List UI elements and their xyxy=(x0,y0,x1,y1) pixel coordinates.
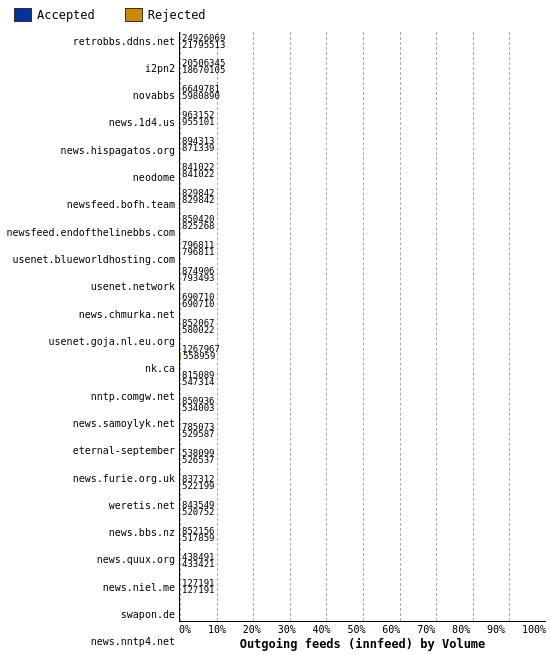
y-label: usenet.blueworldhosting.com xyxy=(12,251,175,269)
rejected-bar: 529587 xyxy=(180,430,215,437)
bar-group: 796811796811 xyxy=(180,240,215,258)
rejected-value: 529587 xyxy=(182,429,215,439)
y-label: nk.ca xyxy=(145,360,175,378)
bar-row: 829842829842 xyxy=(180,188,546,206)
rejected-value: 517859 xyxy=(182,533,215,543)
x-axis-label: 0% xyxy=(179,624,191,635)
x-axis-labels: 0%10%20%30%40%50%60%70%80%90%100% xyxy=(179,622,546,635)
rejected-bar: 796811 xyxy=(180,249,215,256)
rejected-bar: 547314 xyxy=(180,378,215,385)
rejected-bar: 433421 xyxy=(180,560,215,567)
rejected-bar: 21795513 xyxy=(180,41,225,48)
y-label: newsfeed.bofh.team xyxy=(67,196,175,214)
bar-row: 2492606921795513 xyxy=(180,32,546,50)
rejected-bar: 127191 xyxy=(180,586,215,593)
rejected-bar: 825268 xyxy=(180,223,215,230)
bar-row: 438491433421 xyxy=(180,551,546,569)
legend-accepted: Accepted xyxy=(14,8,95,22)
bar-row: 66497815980890 xyxy=(180,84,546,102)
bar-group: 127191127191 xyxy=(180,577,215,595)
rejected-value: 796811 xyxy=(182,247,215,257)
y-label: retrobbs.ddns.net xyxy=(73,32,175,50)
bar-group: 850420825268 xyxy=(180,214,215,232)
y-label: newsfeed.endofthelinebbs.com xyxy=(6,223,175,241)
bar-row: 837312522199 xyxy=(180,473,546,491)
y-label: news.1d4.us xyxy=(109,114,175,132)
bar-group: 1267967558959 xyxy=(180,343,220,361)
rejected-bar: 522199 xyxy=(180,482,215,489)
rejected-bar: 18670105 xyxy=(180,67,225,74)
rejected-value: 825268 xyxy=(182,221,215,231)
bar-row xyxy=(180,603,546,621)
rejected-bar: 580022 xyxy=(180,326,215,333)
rejected-bar: 841022 xyxy=(180,171,215,178)
rejected-value: 534003 xyxy=(182,403,215,413)
bar-row: 690710690710 xyxy=(180,292,546,310)
rejected-bar: 793493 xyxy=(180,275,215,282)
x-axis-label: 90% xyxy=(487,624,505,635)
rejected-value: 18670105 xyxy=(182,65,225,75)
bar-group: 850936534003 xyxy=(180,395,215,413)
rejected-value: 841022 xyxy=(182,169,215,179)
bars-section: 2492606921795513205063451867010566497815… xyxy=(179,32,546,622)
bar-group: 815089547314 xyxy=(180,369,215,387)
rejected-value: 955101 xyxy=(182,117,215,127)
rejected-bar: 690710 xyxy=(180,301,215,308)
y-label: swapon.de xyxy=(121,606,175,624)
bar-group: 963152955101 xyxy=(180,110,215,128)
bar-rows: 2492606921795513205063451867010566497815… xyxy=(180,32,546,621)
y-label: news.bbs.nz xyxy=(109,524,175,542)
bar-group: 538099526537 xyxy=(180,447,215,465)
x-axis-label: 60% xyxy=(382,624,400,635)
legend-accepted-box xyxy=(14,8,32,22)
y-label: news.niel.me xyxy=(103,578,175,596)
bar-row: 127191127191 xyxy=(180,577,546,595)
y-label: news.samoylyk.net xyxy=(73,414,175,432)
bar-row: 850936534003 xyxy=(180,395,546,413)
bar-row: 2050634518670105 xyxy=(180,58,546,76)
y-label: news.chmurka.net xyxy=(79,305,175,323)
rejected-value: 526537 xyxy=(182,455,215,465)
y-label: neodome xyxy=(133,169,175,187)
y-label: news.furie.org.uk xyxy=(73,469,175,487)
rejected-value: 5980890 xyxy=(182,91,220,101)
y-label: weretis.net xyxy=(109,496,175,514)
bar-group: 2492606921795513 xyxy=(180,32,225,50)
bar-row: 841022841022 xyxy=(180,162,546,180)
bar-group: 837312522199 xyxy=(180,473,215,491)
chart-area: retrobbs.ddns.neti2pn2novabbsnews.1d4.us… xyxy=(4,32,546,651)
rejected-bar: 955101 xyxy=(180,119,215,126)
y-label: usenet.network xyxy=(91,278,175,296)
rejected-value: 21795513 xyxy=(182,40,225,50)
rejected-value: 127191 xyxy=(182,585,215,595)
x-axis-label: 50% xyxy=(347,624,365,635)
bar-group: 66497815980890 xyxy=(180,84,220,102)
y-label: nntp.comgw.net xyxy=(91,387,175,405)
rejected-bar: 520752 xyxy=(180,508,215,515)
bar-row: 852067580022 xyxy=(180,317,546,335)
bar-row: 1267967558959 xyxy=(180,343,546,361)
bar-group: 438491433421 xyxy=(180,551,215,569)
x-axis-label: 20% xyxy=(243,624,261,635)
bars-and-x: 2492606921795513205063451867010566497815… xyxy=(179,32,546,651)
x-axis-label: 10% xyxy=(208,624,226,635)
y-label: news.hispagatos.org xyxy=(61,141,175,159)
rejected-value: 522199 xyxy=(182,481,215,491)
bar-row: 874906793493 xyxy=(180,266,546,284)
legend-accepted-label: Accepted xyxy=(37,8,95,22)
rejected-value: 547314 xyxy=(182,377,215,387)
rejected-value: 520752 xyxy=(182,507,215,517)
x-axis-label: 30% xyxy=(278,624,296,635)
rejected-bar: 558959 xyxy=(180,352,220,359)
rejected-fill xyxy=(180,352,181,359)
bar-row: 850420825268 xyxy=(180,214,546,232)
rejected-value: 433421 xyxy=(182,559,215,569)
rejected-value: 580022 xyxy=(182,325,215,335)
bar-group: 690710690710 xyxy=(180,292,215,310)
bar-group: 852156517859 xyxy=(180,525,215,543)
bar-group: 843549520752 xyxy=(180,499,215,517)
bar-row: 815089547314 xyxy=(180,369,546,387)
legend-rejected-box xyxy=(125,8,143,22)
x-axis-label: 80% xyxy=(452,624,470,635)
bar-group: 874906793493 xyxy=(180,266,215,284)
